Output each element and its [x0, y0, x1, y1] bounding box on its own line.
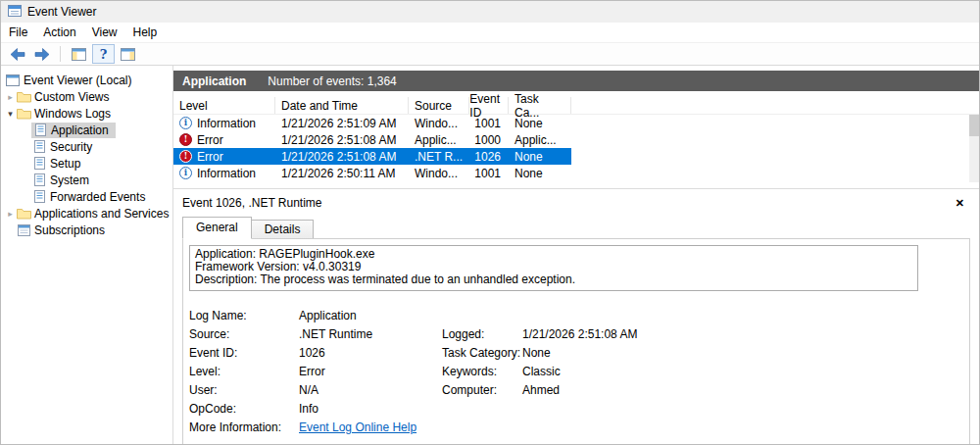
back-arrow-icon	[10, 48, 25, 61]
event-log-icon	[31, 190, 47, 203]
forward-arrow-icon	[34, 48, 50, 61]
column-header-task-category[interactable]: Task Ca...	[509, 97, 571, 114]
tab-details[interactable]: Details	[252, 220, 315, 238]
log-name-title: Application	[182, 74, 246, 88]
help-button[interactable]: ?	[92, 44, 115, 64]
tree-item-label: Applications and Services Lo	[34, 207, 173, 221]
show-action-pane-button[interactable]	[117, 44, 139, 64]
datetime-text: 1/21/2026 2:51:08 AM	[275, 133, 409, 147]
field-row-source: Source: .NET Runtime Logged: 1/21/2026 2…	[189, 324, 963, 343]
source-text: Windo...	[409, 167, 469, 180]
forward-button[interactable]	[30, 44, 53, 64]
folder-icon	[16, 108, 31, 120]
titlebar: Event Viewer	[1, 1, 979, 23]
tree-item-applications-and-services[interactable]: ▸ Applications and Services Lo	[1, 205, 172, 222]
field-label: Level:	[189, 365, 299, 378]
tree-item-windows-logs[interactable]: ▾ Windows Logs	[1, 105, 172, 122]
error-icon: !	[179, 150, 192, 163]
event-log-icon	[31, 157, 47, 170]
back-button[interactable]	[6, 44, 28, 64]
source-text: Applic...	[409, 133, 469, 147]
tree-item-label: Setup	[50, 157, 80, 171]
event-id-text: 1026	[469, 150, 509, 164]
event-id-text: 1001	[469, 167, 509, 180]
menu-help[interactable]: Help	[125, 23, 166, 42]
action-pane-icon	[121, 48, 135, 61]
window-title: Event Viewer	[27, 5, 96, 19]
chevron-right-icon[interactable]: ▸	[5, 92, 16, 102]
column-header-filler	[571, 97, 979, 114]
tree-item-custom-views[interactable]: ▸ Custom Views	[1, 88, 172, 105]
column-header-level[interactable]: Level	[173, 97, 275, 114]
event-row-selected[interactable]: ! Error 1/21/2026 2:51:08 AM .NET R... 1…	[173, 148, 571, 165]
field-value: 1026	[299, 346, 442, 360]
field-value: Info	[299, 402, 442, 416]
level-text: Error	[197, 150, 223, 164]
field-label: Event ID:	[189, 346, 299, 360]
list-vertical-scrollbar[interactable]	[969, 115, 979, 182]
source-text: .NET R...	[409, 150, 469, 164]
tree-item-system[interactable]: System	[1, 172, 172, 188]
show-console-tree-button[interactable]	[68, 44, 90, 64]
chevron-down-icon[interactable]: ▾	[5, 109, 16, 119]
tree-item-subscriptions[interactable]: Subscriptions	[1, 222, 172, 238]
details-tabs: General Details	[182, 217, 979, 238]
tree-item-label: Custom Views	[34, 90, 109, 104]
event-row[interactable]: i Information 1/21/2026 2:50:11 AM Windo…	[173, 165, 571, 181]
event-log-icon	[31, 173, 47, 186]
tree-item-label: Event Viewer (Local)	[24, 74, 132, 87]
information-icon: i	[179, 167, 192, 179]
event-description-box[interactable]: Application: RAGEPluginHook.exe Framewor…	[189, 245, 918, 291]
console-tree-icon	[72, 48, 86, 61]
chevron-right-icon[interactable]: ▸	[5, 209, 16, 219]
field-label: More Information:	[189, 420, 299, 434]
source-text: Windo...	[409, 117, 469, 130]
task-category-text: None	[509, 167, 571, 180]
field-value: 1/21/2026 2:51:08 AM	[522, 327, 963, 341]
field-label: OpCode:	[189, 402, 299, 416]
scrollbar-thumb[interactable]	[969, 115, 979, 136]
tree-item-setup[interactable]: Setup	[1, 155, 172, 172]
event-row[interactable]: i Information 1/21/2026 2:51:09 AM Windo…	[173, 115, 571, 131]
tab-general[interactable]: General	[182, 217, 252, 239]
tree-item-label: Subscriptions	[34, 223, 105, 237]
tree-item-label: Application	[51, 124, 109, 137]
datetime-text: 1/21/2026 2:51:09 AM	[275, 117, 409, 130]
event-log-icon	[32, 124, 48, 136]
subscriptions-icon	[16, 224, 31, 236]
field-row-level: Level: Error Keywords: Classic	[189, 362, 963, 380]
field-row-more-information: More Information: Event Log Online Help	[189, 418, 963, 436]
field-row-user: User: N/A Computer: Ahmed	[189, 380, 963, 399]
field-value: Error	[299, 365, 442, 378]
details-title: Event 1026, .NET Runtime	[182, 196, 322, 210]
level-text: Information	[197, 167, 256, 180]
field-label: Computer:	[442, 383, 522, 397]
tree-item-forwarded-events[interactable]: Forwarded Events	[1, 188, 172, 205]
event-viewer-window: Event Viewer File Action View Help	[0, 0, 980, 445]
tree-selection-highlight: Application	[31, 123, 116, 138]
level-text: Information	[197, 117, 256, 130]
tree-item-security[interactable]: Security	[1, 138, 172, 155]
folder-icon	[16, 208, 31, 220]
close-icon[interactable]: ✕	[956, 197, 964, 210]
event-row[interactable]: ! Error 1/21/2026 2:51:08 AM Applic... 1…	[173, 131, 571, 148]
console-tree: Event Viewer (Local) ▸ Custom Views ▾	[1, 66, 173, 445]
column-header-datetime[interactable]: Date and Time	[275, 97, 409, 114]
information-icon: i	[179, 117, 192, 129]
field-value: Classic	[522, 365, 963, 378]
column-header-event-id[interactable]: Event ID	[469, 97, 509, 114]
menubar: File Action View Help	[1, 23, 979, 43]
datetime-text: 1/21/2026 2:51:08 AM	[275, 150, 409, 164]
tree-item-label: System	[50, 173, 89, 187]
field-value: Application	[299, 309, 442, 322]
tree-item-application[interactable]: Application	[1, 122, 172, 138]
menu-action[interactable]: Action	[35, 23, 83, 42]
menu-file[interactable]: File	[1, 23, 35, 42]
field-label: Log Name:	[189, 309, 299, 322]
field-label: Keywords:	[442, 365, 522, 378]
tree-item-event-viewer-local[interactable]: Event Viewer (Local)	[1, 72, 172, 88]
column-header-source[interactable]: Source	[409, 97, 469, 114]
event-log-online-help-link[interactable]: Event Log Online Help	[299, 420, 416, 434]
menu-view[interactable]: View	[84, 23, 125, 42]
event-properties: Log Name: Application Source: .NET Runti…	[189, 306, 963, 436]
